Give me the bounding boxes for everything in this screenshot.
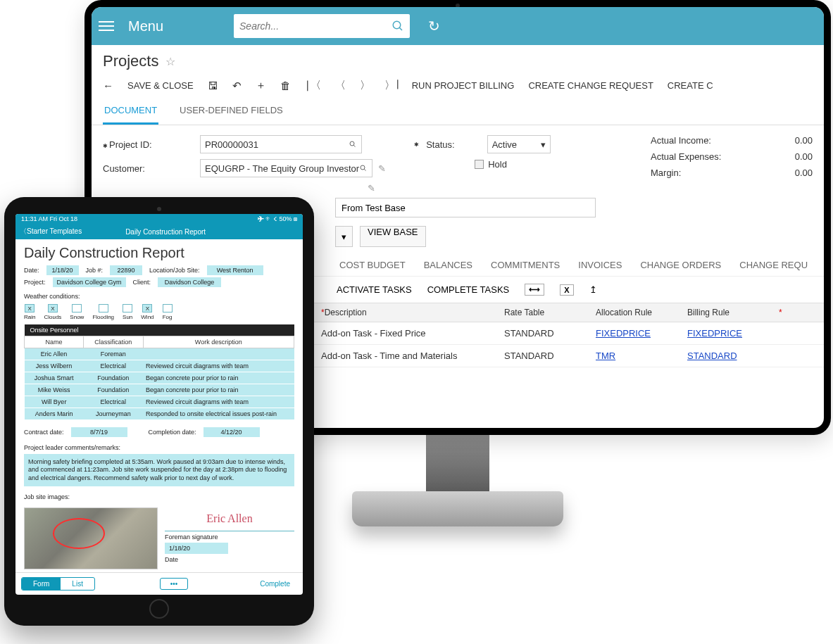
dropdown-button[interactable]: ▾ bbox=[335, 226, 353, 247]
weather-label: Wind bbox=[141, 314, 154, 320]
upload-icon[interactable]: ↥ bbox=[589, 284, 597, 295]
subtab-commitments[interactable]: COMMITMENTS bbox=[491, 260, 560, 270]
search-input[interactable] bbox=[239, 20, 387, 32]
view-base-button[interactable]: VIEW BASE bbox=[360, 226, 426, 247]
signature-field[interactable]: Eric Allen bbox=[165, 507, 294, 531]
delete-icon[interactable]: 🗑 bbox=[280, 80, 291, 91]
search-box[interactable] bbox=[234, 14, 410, 38]
prev-icon[interactable]: 〈 bbox=[335, 79, 346, 92]
client-value[interactable]: Davidson College bbox=[158, 277, 221, 287]
weather-label: Fog bbox=[163, 314, 173, 320]
hold-checkbox[interactable] bbox=[475, 160, 484, 169]
actual-income-label: Actual Income: bbox=[651, 135, 711, 146]
job-value[interactable]: 22890 bbox=[110, 265, 142, 275]
nav-title: Daily Construction Report bbox=[82, 228, 249, 236]
refresh-icon[interactable]: ↻ bbox=[424, 18, 444, 34]
contract-date-label: Contract date: bbox=[24, 429, 64, 436]
table-row: Joshua SmartFoundationBegan concrete pou… bbox=[25, 372, 294, 384]
location-value[interactable]: West Renton bbox=[207, 265, 263, 275]
back-button[interactable]: 〈Starter Templates bbox=[20, 227, 82, 236]
first-icon[interactable]: ∣〈 bbox=[305, 79, 321, 92]
weather-checkbox[interactable] bbox=[99, 304, 108, 312]
cell-allocation-link[interactable]: FIXEDPRICE bbox=[596, 328, 651, 339]
job-label: Job #: bbox=[86, 267, 104, 274]
comments-label: Project leader comments/remarks: bbox=[24, 444, 294, 451]
cell-allocation-link[interactable]: TMR bbox=[596, 351, 615, 361]
weather-label: Flooding bbox=[92, 314, 114, 320]
lookup-icon[interactable] bbox=[349, 140, 357, 149]
project-value[interactable]: Davidson College Gym bbox=[53, 277, 126, 287]
location-label: Location/Job Site: bbox=[149, 267, 200, 274]
activate-tasks-button[interactable]: ACTIVATE TASKS bbox=[337, 284, 412, 295]
weather-checkbox[interactable]: X bbox=[142, 304, 152, 312]
add-icon[interactable]: ＋ bbox=[256, 79, 266, 92]
subtab-change-orders[interactable]: CHANGE ORDERS bbox=[640, 260, 721, 270]
table-row: Anders MarinJourneymanResponded to onsit… bbox=[25, 408, 294, 420]
col-billing-rule: Billing Rule bbox=[687, 308, 779, 317]
margin-value: 0.00 bbox=[795, 168, 813, 178]
complete-button[interactable]: Complete bbox=[253, 578, 297, 590]
fit-columns-icon[interactable]: ⟷ bbox=[525, 284, 544, 296]
weather-label: Snow bbox=[70, 314, 84, 320]
actual-expenses-value: 0.00 bbox=[795, 151, 813, 162]
undo-icon[interactable]: ↶ bbox=[232, 80, 242, 92]
weather-checkbox[interactable] bbox=[163, 304, 173, 312]
save-icon[interactable]: 🖫 bbox=[208, 80, 218, 91]
completion-date-value[interactable]: 4/12/20 bbox=[203, 427, 260, 437]
create-change-button[interactable]: CREATE CHANGE REQUEST bbox=[528, 80, 653, 91]
favorite-icon[interactable]: ☆ bbox=[165, 55, 175, 68]
base-input[interactable] bbox=[335, 198, 596, 217]
svg-line-3 bbox=[353, 145, 355, 146]
subtab-change-requests[interactable]: CHANGE REQU bbox=[739, 260, 808, 270]
subtab-balances[interactable]: BALANCES bbox=[424, 260, 472, 270]
signature-date-value[interactable]: 1/18/20 bbox=[165, 543, 228, 554]
lookup-icon[interactable] bbox=[359, 164, 368, 172]
comments-body[interactable]: Morning safety briefing completed at 5:3… bbox=[24, 454, 294, 486]
table-row: Will ByerElectricalReviewed circuit diag… bbox=[25, 396, 294, 408]
home-button[interactable] bbox=[149, 599, 169, 619]
chevron-down-icon: ▾ bbox=[342, 232, 346, 242]
export-excel-icon[interactable]: X bbox=[560, 284, 573, 296]
complete-tasks-button[interactable]: COMPLETE TASKS bbox=[427, 284, 510, 295]
create-more-button[interactable]: CREATE C bbox=[668, 80, 713, 91]
hold-label: Hold bbox=[488, 159, 507, 170]
svg-line-5 bbox=[364, 169, 365, 170]
list-tab[interactable]: List bbox=[61, 578, 94, 590]
project-id-input[interactable]: PR00000031 bbox=[200, 135, 362, 153]
weather-checkbox[interactable]: X bbox=[25, 304, 35, 312]
status-bar: 11:31 AM Fri Oct 18 ✈ ᯤ ☾ 50% ▣ bbox=[15, 214, 303, 224]
cell-billing-link[interactable]: STANDARD bbox=[687, 351, 737, 361]
tab-udf[interactable]: USER-DEFINED FIELDS bbox=[178, 101, 284, 125]
cell-billing-link[interactable]: FIXEDPRICE bbox=[687, 328, 742, 339]
search-icon[interactable] bbox=[392, 20, 404, 32]
cell-rate: STANDARD bbox=[504, 351, 596, 361]
subtab-cost-budget[interactable]: COST BUDGET bbox=[339, 260, 406, 270]
status-label: Status: bbox=[426, 139, 454, 150]
save-close-button[interactable]: SAVE & CLOSE bbox=[127, 80, 194, 91]
next-icon[interactable]: 〉 bbox=[360, 79, 370, 92]
date-value[interactable]: 1/18/20 bbox=[46, 265, 79, 275]
edit-icon[interactable]: ✎ bbox=[378, 163, 386, 174]
edit-icon[interactable]: ✎ bbox=[368, 183, 375, 194]
menu-icon[interactable] bbox=[99, 18, 114, 34]
weather-checkbox[interactable]: X bbox=[48, 304, 58, 312]
more-button[interactable]: ••• bbox=[160, 578, 189, 590]
menu-label[interactable]: Menu bbox=[128, 18, 163, 34]
weather-checkbox[interactable] bbox=[72, 304, 82, 312]
svg-point-0 bbox=[393, 21, 401, 29]
tab-document[interactable]: DOCUMENT bbox=[103, 101, 158, 125]
customer-input[interactable]: EQUGRP - The Equity Group Investor bbox=[200, 159, 372, 177]
weather-checkbox[interactable] bbox=[123, 304, 132, 312]
status-select[interactable]: Active▾ bbox=[487, 135, 551, 153]
weather-label: Rain bbox=[24, 314, 35, 320]
run-billing-button[interactable]: RUN PROJECT BILLING bbox=[412, 80, 515, 91]
job-site-image[interactable] bbox=[24, 507, 158, 569]
back-icon[interactable]: ← bbox=[103, 80, 113, 91]
subtab-invoices[interactable]: INVOICES bbox=[578, 260, 622, 270]
completion-date-label: Completion date: bbox=[149, 429, 196, 436]
last-icon[interactable]: 〉∣ bbox=[384, 79, 398, 92]
form-tab[interactable]: Form bbox=[22, 578, 61, 590]
contract-date-value[interactable]: 8/7/19 bbox=[71, 427, 127, 437]
col-description: *Description bbox=[321, 308, 504, 317]
customer-label: Customer: bbox=[103, 163, 194, 174]
